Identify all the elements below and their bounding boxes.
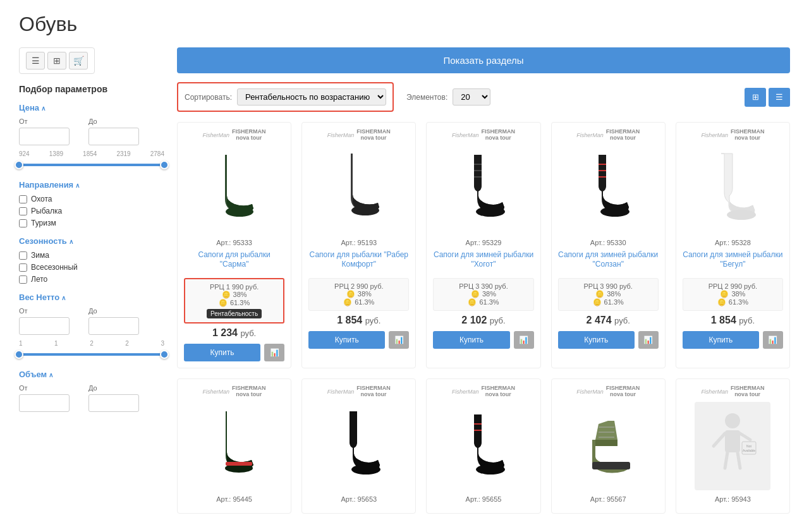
price-to-group: До: [88, 118, 139, 145]
weight-to-input[interactable]: [88, 317, 139, 335]
price-section: Цена От До 924 1389 1854 2319: [19, 103, 164, 170]
product-price-block-p4: РРЦ 3 990 руб. 🪙 38% 🪙 61.3%: [558, 278, 659, 311]
checkbox-rybalka[interactable]: Рыбалка: [19, 207, 164, 215]
pct1-p2: 🪙 38%: [314, 290, 403, 298]
checkbox-zima-input[interactable]: [19, 251, 27, 260]
season-label[interactable]: Сезонность: [19, 236, 164, 246]
checkbox-ohota-input[interactable]: [19, 195, 27, 203]
product-name-p2: Сапоги для рыбалки "Рабер Комфорт": [308, 250, 409, 273]
product-card-p9: FisherMan FISHERMANnova tour: [551, 378, 666, 514]
buy-button-p1[interactable]: Купить: [184, 344, 260, 361]
brand-logo-p6: FisherMan: [203, 389, 230, 395]
chart-icon-p4: 📊: [643, 336, 653, 344]
checkbox-vsesez-input[interactable]: [19, 263, 27, 272]
buy-button-p4[interactable]: Купить: [558, 331, 635, 349]
checkbox-zima[interactable]: Зима: [19, 251, 164, 260]
product-card-p7: FisherMan FISHERMANnova tour Арт.: 95653: [301, 378, 416, 514]
toolbar-icons: ☰ ⊞ 🛒: [19, 47, 95, 74]
checkbox-rybalka-input[interactable]: [19, 207, 27, 215]
product-art-p2: Арт.: 95193: [341, 239, 377, 246]
product-final-price-p1: 1 234 руб.: [212, 327, 256, 339]
checkbox-turizm[interactable]: Туризм: [19, 219, 164, 227]
volume-label[interactable]: Объем: [19, 370, 164, 379]
price-to-input[interactable]: [88, 128, 139, 145]
directions-label[interactable]: Направления: [19, 180, 164, 190]
checkbox-leto[interactable]: Лето: [19, 275, 164, 284]
weight-handle-right[interactable]: [160, 350, 169, 359]
brand-logo-p9: FisherMan: [576, 389, 604, 395]
pct1-p3: 🪙 38%: [439, 290, 528, 298]
buy-button-p5[interactable]: Купить: [683, 331, 759, 349]
pct1-p5: 🪙 38%: [688, 290, 777, 298]
product-brand-p5: FisherMan FISHERMANnova tour: [701, 129, 764, 142]
boot-image-p6: [203, 405, 266, 487]
svg-rect-22: [725, 430, 740, 452]
filter-icon-btn[interactable]: ☰: [26, 52, 45, 70]
cart-icon: 🛒: [73, 56, 84, 66]
brand-logo-p8: FisherMan: [452, 389, 479, 395]
product-card-p3: FisherMan FISHERMANnova tour: [426, 122, 540, 368]
product-brand-p1: FisherMan FISHERMANnova tour: [203, 129, 266, 142]
product-image-p2: [321, 145, 397, 234]
brand-text-p7: FISHERMANnova tour: [356, 385, 391, 398]
checkbox-ohota[interactable]: Охота: [19, 195, 164, 203]
buy-button-p3[interactable]: Купить: [433, 331, 509, 349]
season-section: Сезонность Зима Всесезонный Лето: [19, 236, 164, 284]
show-sections-button[interactable]: Показать разделы: [177, 47, 790, 73]
volume-from-group: От: [19, 384, 70, 412]
volume-from-input[interactable]: [19, 394, 70, 412]
pct1-p4: 🪙 38%: [564, 290, 653, 298]
price-handle-left[interactable]: [15, 160, 23, 169]
svg-point-6: [600, 207, 630, 217]
hierarchy-icon-btn[interactable]: ⊞: [47, 52, 66, 70]
list-view-icon: ☰: [776, 92, 783, 102]
buy-button-p2[interactable]: Купить: [308, 331, 385, 349]
volume-to-input[interactable]: [88, 394, 139, 412]
sort-select[interactable]: Рентабельность по возрастанию Рентабельн…: [237, 88, 386, 106]
price-from-input[interactable]: [19, 128, 70, 145]
product-art-p4: Арт.: 95330: [590, 239, 626, 246]
boot-image-p5: [701, 148, 764, 231]
hierarchy-icon: ⊞: [53, 56, 61, 66]
volume-section: Объем От До: [19, 370, 164, 412]
chart-button-p3[interactable]: 📊: [514, 331, 534, 349]
product-art-p9: Арт.: 95567: [590, 495, 626, 503]
weight-label[interactable]: Вес Нетто: [19, 293, 164, 302]
svg-rect-27: [742, 442, 756, 454]
brand-text-p1: FISHERMANnova tour: [232, 129, 266, 142]
checkbox-turizm-input[interactable]: [19, 219, 27, 227]
weight-from-input[interactable]: [19, 317, 70, 335]
chart-button-p2[interactable]: 📊: [389, 331, 409, 349]
price-handle-right[interactable]: [160, 160, 169, 169]
weight-slider[interactable]: [19, 349, 164, 360]
chart-button-p1[interactable]: 📊: [264, 344, 284, 361]
product-price-block-p2: РРЦ 2 990 руб. 🪙 38% 🪙 61.3%: [308, 278, 409, 311]
brand-logo-p5: FisherMan: [701, 132, 728, 138]
brand-logo-p7: FisherMan: [327, 389, 355, 395]
filter-icon: ☰: [32, 56, 40, 66]
price-section-label[interactable]: Цена: [19, 103, 164, 112]
weight-range-inputs: От До: [19, 307, 164, 335]
chart-button-p5[interactable]: 📊: [763, 331, 783, 349]
cart-icon-btn[interactable]: 🛒: [69, 52, 88, 70]
product-art-p7: Арт.: 95653: [341, 495, 377, 503]
svg-text:Available: Available: [743, 449, 755, 452]
not-available-overlay: Not Available: [695, 402, 770, 490]
svg-point-14: [476, 464, 505, 475]
pct2-p1: 🪙 61.3%: [190, 299, 278, 307]
product-card-p4: FisherMan FISHERMANnova tour: [551, 122, 666, 368]
rrp-label-p5: РРЦ 2 990 руб.: [688, 282, 777, 290]
list-view-button[interactable]: ☰: [769, 88, 790, 107]
products-grid: FisherMan FISHERMANnova tour Арт.: 95333…: [177, 122, 790, 514]
boot-image-p3: [452, 148, 515, 231]
checkbox-vsesez[interactable]: Всесезонный: [19, 263, 164, 272]
grid-view-button[interactable]: ⊞: [745, 88, 766, 107]
weight-handle-left[interactable]: [15, 350, 23, 359]
chart-button-p4[interactable]: 📊: [638, 331, 659, 349]
checkbox-leto-input[interactable]: [19, 275, 27, 284]
product-brand-p8: FisherMan FISHERMANnova tour: [452, 385, 515, 398]
price-slider[interactable]: [19, 160, 164, 170]
elements-select[interactable]: 10 20 50 100: [453, 88, 490, 106]
product-final-price-p4: 2 474 руб.: [587, 315, 630, 326]
price-from-group: От: [19, 118, 70, 145]
